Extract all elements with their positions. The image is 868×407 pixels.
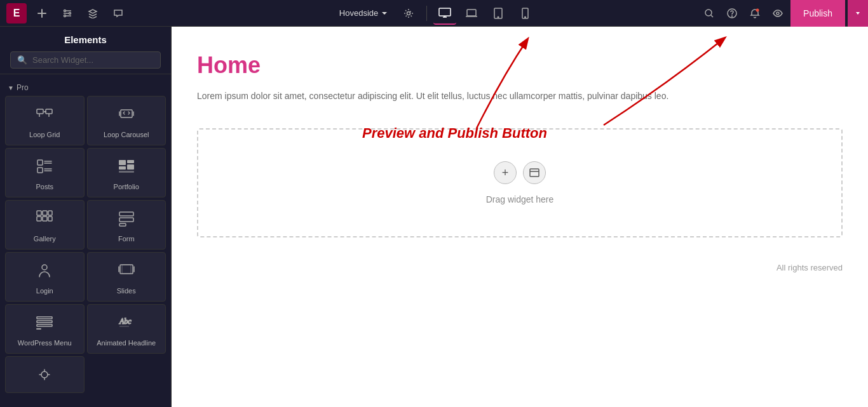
animated-headline-icon: Abc bbox=[118, 314, 135, 334]
svg-rect-38 bbox=[37, 217, 41, 221]
elementor-logo: E bbox=[6, 3, 27, 23]
svg-rect-10 bbox=[439, 8, 451, 16]
svg-point-18 bbox=[732, 16, 733, 17]
animated-headline-label: Animated Headline bbox=[97, 339, 156, 347]
svg-rect-37 bbox=[48, 211, 52, 215]
posts-label: Posts bbox=[36, 183, 53, 190]
svg-rect-30 bbox=[119, 160, 126, 165]
canvas-area: Home Lorem ipsum dolor sit amet, consect… bbox=[172, 27, 868, 407]
svg-rect-48 bbox=[37, 321, 52, 323]
pro-section-label[interactable]: ▼ Pro bbox=[5, 79, 166, 96]
svg-rect-40 bbox=[48, 217, 52, 221]
svg-point-2 bbox=[64, 15, 66, 17]
page-header: Home Lorem ipsum dolor sit amet, consect… bbox=[172, 27, 868, 116]
extra-icon bbox=[36, 366, 53, 386]
widget-gallery[interactable]: Gallery bbox=[5, 200, 85, 250]
sidebar-header: Elements 🔍 bbox=[0, 27, 171, 74]
publish-dropdown-button[interactable] bbox=[848, 0, 868, 27]
wordpress-menu-icon bbox=[36, 314, 53, 334]
svg-rect-33 bbox=[127, 164, 134, 170]
page-description: Lorem ipsum dolor sit amet, consectetur … bbox=[197, 89, 843, 103]
widget-extra[interactable] bbox=[5, 356, 85, 393]
slides-label: Slides bbox=[117, 287, 136, 295]
svg-point-53 bbox=[41, 371, 48, 378]
page-footer: All rights reserved bbox=[172, 250, 868, 285]
svg-rect-43 bbox=[119, 224, 126, 226]
svg-rect-47 bbox=[37, 317, 52, 319]
gallery-icon bbox=[36, 210, 53, 230]
svg-point-20 bbox=[776, 12, 779, 15]
search-button[interactable] bbox=[699, 3, 719, 23]
posts-icon bbox=[36, 157, 53, 178]
add-section-button[interactable]: + bbox=[494, 161, 517, 184]
comments-button[interactable] bbox=[108, 3, 128, 23]
svg-rect-34 bbox=[119, 171, 134, 173]
search-box[interactable]: 🔍 bbox=[10, 51, 161, 69]
login-icon bbox=[36, 262, 53, 282]
svg-point-19 bbox=[756, 8, 759, 11]
svg-rect-49 bbox=[37, 324, 52, 326]
customize-button[interactable] bbox=[57, 3, 78, 23]
loop-carousel-icon bbox=[118, 105, 135, 126]
widget-wordpress-menu[interactable]: WordPress Menu bbox=[5, 304, 85, 354]
widget-portfolio[interactable]: Portfolio bbox=[87, 148, 166, 197]
device-laptop-button[interactable] bbox=[460, 2, 483, 25]
loop-grid-icon bbox=[36, 105, 53, 126]
svg-point-1 bbox=[69, 12, 71, 14]
drop-zone[interactable]: + Drag widget here bbox=[197, 128, 843, 237]
widget-animated-headline[interactable]: Abc Animated Headline bbox=[87, 304, 166, 354]
canvas-content: Home Lorem ipsum dolor sit amet, consect… bbox=[172, 27, 868, 407]
drop-zone-buttons: + bbox=[494, 161, 546, 184]
topbar-divider bbox=[426, 6, 427, 21]
widget-form[interactable]: Form bbox=[87, 200, 166, 250]
search-input[interactable] bbox=[32, 55, 154, 65]
svg-rect-22 bbox=[46, 109, 52, 114]
widget-posts[interactable]: Posts bbox=[5, 148, 85, 197]
settings-button[interactable] bbox=[397, 2, 420, 25]
notifications-button[interactable] bbox=[745, 3, 765, 23]
svg-rect-11 bbox=[467, 10, 476, 16]
svg-text:Abc: Abc bbox=[119, 317, 132, 326]
help-button[interactable] bbox=[722, 3, 742, 23]
widget-login[interactable]: Login bbox=[5, 252, 85, 302]
sidebar: Elements 🔍 ▼ Pro bbox=[0, 27, 172, 407]
preview-button[interactable] bbox=[768, 3, 788, 23]
widget-slides[interactable]: Slides bbox=[87, 252, 166, 302]
svg-point-16 bbox=[705, 10, 712, 16]
svg-rect-42 bbox=[119, 218, 133, 222]
svg-rect-46 bbox=[122, 265, 131, 274]
widget-grid: Loop Grid Loop Carousel bbox=[5, 96, 166, 393]
svg-rect-54 bbox=[530, 169, 539, 177]
wordpress-menu-label: WordPress Menu bbox=[18, 339, 72, 347]
main-layout: Elements 🔍 ▼ Pro bbox=[0, 27, 868, 407]
loop-grid-label: Loop Grid bbox=[29, 131, 60, 138]
svg-rect-35 bbox=[37, 211, 41, 215]
svg-rect-39 bbox=[43, 217, 47, 221]
slides-icon bbox=[118, 262, 135, 282]
topbar-right: Publish bbox=[699, 0, 868, 27]
widget-loop-carousel[interactable]: Loop Carousel bbox=[87, 96, 166, 145]
device-mobile-button[interactable] bbox=[513, 2, 536, 25]
template-button[interactable] bbox=[523, 161, 546, 184]
publish-button[interactable]: Publish bbox=[790, 0, 845, 27]
widget-loop-grid[interactable]: Loop Grid bbox=[5, 96, 85, 145]
login-label: Login bbox=[36, 287, 53, 295]
search-icon: 🔍 bbox=[17, 55, 27, 65]
topbar: E bbox=[0, 0, 868, 27]
device-tablet-button[interactable] bbox=[487, 2, 510, 25]
topbar-center: Hovedside bbox=[172, 2, 699, 25]
add-widget-button[interactable] bbox=[32, 3, 52, 23]
page-title: Home bbox=[197, 52, 843, 79]
svg-rect-23 bbox=[121, 110, 132, 117]
site-selector[interactable]: Hovedside bbox=[334, 6, 393, 20]
gallery-label: Gallery bbox=[34, 235, 56, 243]
section-arrow-icon: ▼ bbox=[8, 84, 14, 91]
loop-carousel-label: Loop Carousel bbox=[104, 131, 149, 138]
layers-button[interactable] bbox=[83, 3, 103, 23]
svg-point-9 bbox=[407, 11, 410, 15]
svg-point-15 bbox=[524, 17, 526, 18]
topbar-left: E bbox=[0, 3, 172, 23]
svg-rect-36 bbox=[43, 211, 47, 215]
device-desktop-button[interactable] bbox=[433, 2, 456, 25]
svg-rect-31 bbox=[127, 160, 134, 163]
